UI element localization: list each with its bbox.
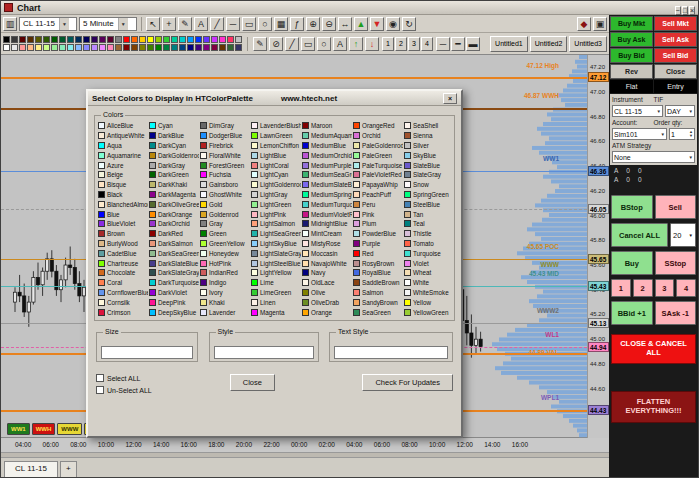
- maximize-button[interactable]: □: [682, 6, 688, 15]
- color-option-sandybrown[interactable]: SandyBrown: [353, 297, 403, 307]
- close-button[interactable]: ×: [689, 6, 695, 15]
- color-option-mintcream[interactable]: MintCream: [302, 229, 352, 239]
- palette-swatch[interactable]: [19, 44, 26, 51]
- color-option-silver[interactable]: Silver: [404, 141, 454, 151]
- color-option-gold[interactable]: Gold: [200, 199, 250, 209]
- palette-swatch[interactable]: [211, 44, 218, 51]
- trendline-icon[interactable]: ╱: [210, 17, 224, 31]
- color-option-darkorchid[interactable]: DarkOrchid: [149, 219, 199, 229]
- time-axis[interactable]: 04:0006:0008:0010:0012:0014:0016:0018:00…: [1, 438, 609, 453]
- color-option-orchid[interactable]: Orchid: [353, 131, 403, 141]
- tab-cl-11-15[interactable]: CL 11-15: [4, 461, 58, 478]
- color-option-lavenderblush[interactable]: LavenderBlush: [251, 121, 301, 131]
- palette-swatch[interactable]: [131, 44, 138, 51]
- text-tool-icon[interactable]: A: [194, 17, 208, 31]
- color-option-maroon[interactable]: Maroon: [302, 121, 352, 131]
- color-option-palegoldenrod[interactable]: PaleGoldenrod: [353, 141, 403, 151]
- color-option-blanchedalmond[interactable]: BlanchedAlmond: [98, 199, 148, 209]
- marker-number-button-3[interactable]: 3: [408, 37, 420, 51]
- palette-swatch[interactable]: [83, 36, 90, 43]
- close-and-cancel-all-button[interactable]: CLOSE & CANCEL ALL: [611, 334, 696, 364]
- color-option-mediumspringgreen[interactable]: MediumSpringGreen: [302, 190, 352, 200]
- color-option-lightyellow[interactable]: LightYellow: [251, 268, 301, 278]
- line-tool-icon[interactable]: ╱: [285, 37, 299, 51]
- medium-line-icon[interactable]: ━: [451, 37, 465, 51]
- palette-swatch[interactable]: [187, 44, 194, 51]
- color-option-orangered[interactable]: OrangeRed: [353, 121, 403, 131]
- palette-swatch[interactable]: [75, 36, 82, 43]
- sell-button[interactable]: Sell: [655, 195, 697, 219]
- color-option-yellow[interactable]: Yellow: [404, 297, 454, 307]
- color-option-midnightblue[interactable]: MidnightBlue: [302, 219, 352, 229]
- color-option-burlywood[interactable]: BurlyWood: [98, 239, 148, 249]
- palette-swatch[interactable]: [147, 44, 154, 51]
- color-option-antiquewhite[interactable]: AntiqueWhite: [98, 131, 148, 141]
- color-option-dodgerblue[interactable]: DodgerBlue: [200, 131, 250, 141]
- color-option-darkmagenta[interactable]: DarkMagenta: [149, 190, 199, 200]
- color-option-darkcyan[interactable]: DarkCyan: [149, 141, 199, 151]
- color-option-firebrick[interactable]: Firebrick: [200, 141, 250, 151]
- chart-type-icon[interactable]: ▥: [3, 17, 17, 31]
- sell-order-icon[interactable]: ▼: [370, 17, 384, 31]
- palette-swatch[interactable]: [227, 36, 234, 43]
- color-option-deeppink[interactable]: DeepPink: [149, 297, 199, 307]
- thin-line-icon[interactable]: ─: [436, 37, 450, 51]
- palette-swatch[interactable]: [131, 36, 138, 43]
- quick-button-ww1[interactable]: WW1: [7, 423, 30, 435]
- eraser-icon[interactable]: ⊘: [269, 37, 283, 51]
- crosshair-icon[interactable]: +: [162, 17, 176, 31]
- palette-swatch[interactable]: [123, 44, 130, 51]
- color-option-turquoise[interactable]: Turquoise: [404, 248, 454, 258]
- color-option-lime[interactable]: Lime: [251, 278, 301, 288]
- color-option-lightgray[interactable]: LightGray: [251, 190, 301, 200]
- color-option-lightcyan[interactable]: LightCyan: [251, 170, 301, 180]
- palette-swatch[interactable]: [195, 44, 202, 51]
- color-option-skyblue[interactable]: SkyBlue: [404, 150, 454, 160]
- color-option-chocolate[interactable]: Chocolate: [98, 268, 148, 278]
- grid-icon[interactable]: ▦: [274, 17, 288, 31]
- marker-number-button-2[interactable]: 2: [395, 37, 407, 51]
- color-option-teal[interactable]: Teal: [404, 219, 454, 229]
- ellipse-tool-icon[interactable]: ○: [317, 37, 331, 51]
- color-option-darkgoldenrod[interactable]: DarkGoldenrod: [149, 150, 199, 160]
- color-option-tan[interactable]: Tan: [404, 209, 454, 219]
- color-option-lightsalmon[interactable]: LightSalmon: [251, 219, 301, 229]
- color-option-olive[interactable]: Olive: [302, 288, 352, 298]
- color-option-seashell[interactable]: SeaShell: [404, 121, 454, 131]
- color-option-oldlace[interactable]: OldLace: [302, 278, 352, 288]
- color-option-darkslateblue[interactable]: DarkSlateBlue: [149, 258, 199, 268]
- color-option-ghostwhite[interactable]: GhostWhite: [200, 190, 250, 200]
- color-option-fuchsia[interactable]: Fuchsia: [200, 170, 250, 180]
- color-option-mistyrose[interactable]: MistyRose: [302, 239, 352, 249]
- color-option-wheat[interactable]: Wheat: [404, 268, 454, 278]
- color-option-darkgreen[interactable]: DarkGreen: [149, 170, 199, 180]
- color-option-snow[interactable]: Snow: [404, 180, 454, 190]
- color-option-gray[interactable]: Gray: [200, 219, 250, 229]
- add-tab-button[interactable]: +: [60, 461, 77, 478]
- palette-swatch[interactable]: [179, 36, 186, 43]
- color-option-khaki[interactable]: Khaki: [200, 297, 250, 307]
- buy-stop-button[interactable]: BStop: [611, 195, 653, 219]
- palette-swatch[interactable]: [91, 36, 98, 43]
- cancel-all-button[interactable]: Cancel ALL: [611, 223, 668, 247]
- palette-swatch[interactable]: [99, 44, 106, 51]
- color-option-lightcoral[interactable]: LightCoral: [251, 160, 301, 170]
- color-option-thistle[interactable]: Thistle: [404, 229, 454, 239]
- color-option-navajowhite[interactable]: NavajoWhite: [302, 258, 352, 268]
- buy-bid-button[interactable]: Buy Bid: [610, 48, 653, 63]
- palette-swatch[interactable]: [203, 44, 210, 51]
- palette-swatch[interactable]: [35, 36, 42, 43]
- sidebar-instrument-select[interactable]: CL 11-15 ▼: [612, 105, 663, 117]
- unselect-all-checkbox[interactable]: Un-Select ALL: [96, 386, 152, 394]
- color-option-lavender[interactable]: Lavender: [200, 307, 250, 317]
- color-option-indianred[interactable]: IndianRed: [200, 268, 250, 278]
- up-arrow-icon[interactable]: ↑: [349, 37, 363, 51]
- color-option-lawngreen[interactable]: LawnGreen: [251, 131, 301, 141]
- color-option-springgreen[interactable]: SpringGreen: [404, 190, 454, 200]
- rectangle-icon[interactable]: ▭: [242, 17, 256, 31]
- minimize-button[interactable]: −: [675, 6, 681, 15]
- color-option-palevioletred[interactable]: PaleVioletRed: [353, 170, 403, 180]
- color-option-mediumvioletred[interactable]: MediumVioletRed: [302, 209, 352, 219]
- check-for-updates-button[interactable]: Check For Updates: [362, 374, 453, 391]
- qty-button-4[interactable]: 4: [676, 279, 696, 297]
